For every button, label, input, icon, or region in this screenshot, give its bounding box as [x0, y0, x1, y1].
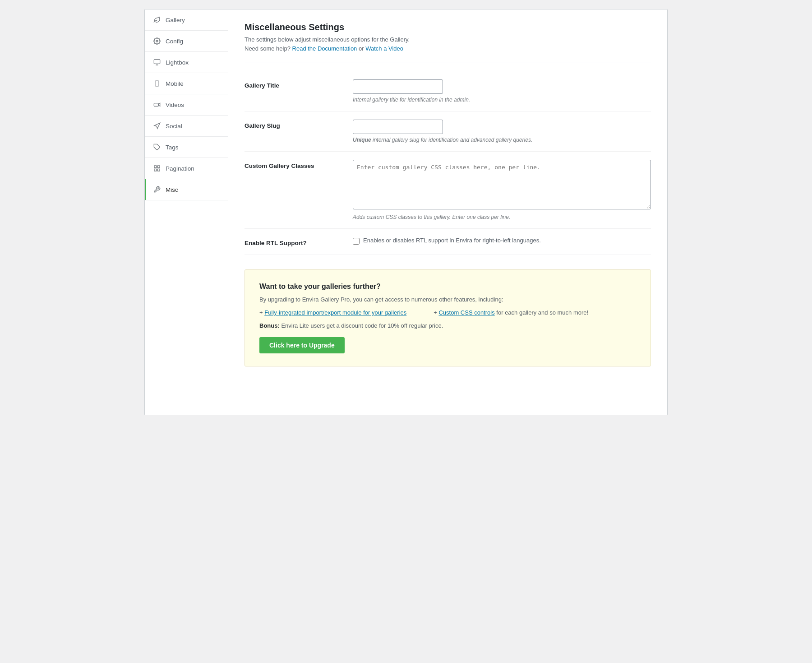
sidebar-label-lightbox: Lightbox — [166, 59, 189, 66]
sidebar-label-mobile: Mobile — [166, 80, 184, 87]
mobile-icon — [153, 79, 161, 88]
svg-rect-12 — [157, 169, 160, 171]
sidebar-item-videos[interactable]: Videos — [145, 94, 228, 116]
section-divider — [245, 62, 651, 62]
sidebar-label-config: Config — [166, 38, 183, 45]
rtl-support-hint: Enables or disables RTL support in Envir… — [363, 237, 541, 244]
svg-rect-10 — [157, 166, 160, 168]
custom-classes-input[interactable] — [353, 160, 651, 209]
sidebar-item-config[interactable]: Config — [145, 31, 228, 52]
sidebar-label-videos: Videos — [166, 102, 184, 108]
wrench-icon — [153, 185, 161, 194]
rtl-support-checkbox[interactable] — [353, 238, 360, 245]
custom-classes-label: Custom Gallery Classes — [245, 160, 353, 169]
sidebar-label-tags: Tags — [166, 144, 179, 151]
sidebar-item-pagination[interactable]: Pagination — [145, 158, 228, 179]
rtl-support-field: Enables or disables RTL support in Envir… — [353, 237, 651, 245]
gallery-slug-label: Gallery Slug — [245, 120, 353, 129]
video-icon — [153, 101, 161, 109]
upgrade-button[interactable]: Click here to Upgrade — [259, 337, 345, 353]
upgrade-link-2: + Custom CSS controls for each gallery a… — [434, 309, 588, 316]
gallery-title-row: Gallery Title Internal gallery title for… — [245, 71, 651, 111]
sidebar-item-social[interactable]: Social — [145, 116, 228, 137]
svg-rect-11 — [154, 169, 157, 171]
main-content: Miscellaneous Settings The settings belo… — [228, 9, 667, 415]
gallery-slug-field: Unique internal gallery slug for identif… — [353, 120, 651, 143]
sidebar-item-lightbox[interactable]: Lightbox — [145, 52, 228, 73]
upgrade-title: Want to take your galleries further? — [259, 283, 636, 291]
upgrade-description: By upgrading to Envira Gallery Pro, you … — [259, 296, 636, 303]
upgrade-links: + Fully-integrated import/export module … — [259, 309, 636, 316]
svg-point-0 — [156, 40, 158, 42]
gallery-title-hint: Internal gallery title for identificatio… — [353, 97, 651, 103]
gear-icon — [153, 37, 161, 45]
svg-rect-1 — [154, 60, 160, 64]
gallery-title-field: Internal gallery title for identificatio… — [353, 79, 651, 103]
rtl-checkbox-row: Enables or disables RTL support in Envir… — [353, 237, 651, 245]
upgrade-link-1: + Fully-integrated import/export module … — [259, 309, 406, 316]
sidebar-item-mobile[interactable]: Mobile — [145, 73, 228, 94]
doc-link[interactable]: Read the Documentation — [292, 45, 357, 52]
custom-classes-field: Adds custom CSS classes to this gallery.… — [353, 160, 651, 220]
rtl-support-row: Enable RTL Support? Enables or disables … — [245, 229, 651, 255]
gallery-slug-row: Gallery Slug Unique internal gallery slu… — [245, 111, 651, 152]
custom-classes-hint: Adds custom CSS classes to this gallery.… — [353, 214, 651, 220]
sidebar-item-misc[interactable]: Misc — [145, 179, 228, 200]
gallery-slug-hint: Unique internal gallery slug for identif… — [353, 137, 651, 143]
gallery-title-label: Gallery Title — [245, 79, 353, 89]
video-link[interactable]: Watch a Video — [365, 45, 403, 52]
leaf-icon — [153, 16, 161, 24]
rtl-support-label: Enable RTL Support? — [245, 237, 353, 246]
app-container: Gallery Config Lightbox — [144, 9, 668, 415]
page-description: The settings below adjust miscellaneous … — [245, 35, 651, 53]
import-export-link[interactable]: Fully-integrated import/export module fo… — [264, 309, 406, 316]
megaphone-icon — [153, 122, 161, 130]
upgrade-bonus: Bonus: Envira Lite users get a discount … — [259, 322, 636, 329]
pagination-icon — [153, 164, 161, 172]
sidebar: Gallery Config Lightbox — [145, 9, 228, 415]
upgrade-box: Want to take your galleries further? By … — [245, 269, 651, 366]
gallery-title-input[interactable] — [353, 79, 443, 94]
custom-css-link[interactable]: Custom CSS controls — [438, 309, 494, 316]
sidebar-label-gallery: Gallery — [166, 17, 185, 23]
sidebar-item-tags[interactable]: Tags — [145, 137, 228, 158]
sidebar-item-gallery[interactable]: Gallery — [145, 9, 228, 31]
tag-icon — [153, 143, 161, 151]
monitor-icon — [153, 58, 161, 66]
svg-rect-9 — [154, 166, 157, 168]
sidebar-label-pagination: Pagination — [166, 165, 194, 172]
sidebar-label-misc: Misc — [166, 186, 178, 193]
sidebar-label-social: Social — [166, 123, 182, 130]
gallery-slug-input[interactable] — [353, 120, 443, 134]
custom-classes-row: Custom Gallery Classes Adds custom CSS c… — [245, 152, 651, 229]
page-title: Miscellaneous Settings — [245, 22, 651, 32]
